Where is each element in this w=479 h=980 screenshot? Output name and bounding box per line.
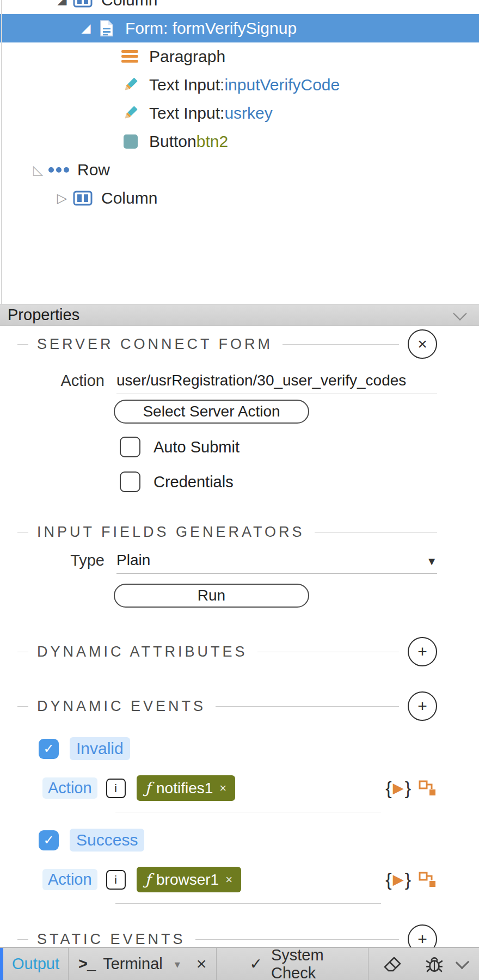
remove-binding-icon[interactable]: ×: [225, 873, 232, 887]
section-title: INPUT FIELDS GENERATORS: [37, 524, 305, 541]
tree-item-label: Column: [101, 0, 157, 9]
auto-submit-label: Auto Submit: [153, 438, 240, 456]
collapse-arrow-icon[interactable]: ◺: [28, 162, 48, 177]
properties-panel-header[interactable]: Properties: [0, 304, 479, 326]
tree-item-name: inputVerifyCode: [224, 76, 340, 94]
add-dynamic-attribute-button[interactable]: +: [408, 637, 437, 666]
function-icon: ƒ: [145, 779, 151, 797]
play-icon[interactable]: ▶: [393, 780, 404, 797]
heading-line: [17, 939, 28, 940]
tree-item-label: Text Input:: [149, 76, 224, 94]
section-title: DYNAMIC ATTRIBUTES: [37, 644, 248, 660]
auto-submit-checkbox-row[interactable]: Auto Submit: [120, 437, 437, 457]
action-input[interactable]: user/usrRegistration/30_user_verify_code…: [116, 372, 437, 394]
section-dynamic-attributes: DYNAMIC ATTRIBUTES +: [17, 637, 437, 666]
add-dynamic-event-button[interactable]: +: [408, 691, 437, 721]
column-icon: [72, 190, 94, 206]
bug-icon[interactable]: [425, 955, 444, 973]
column-icon: [72, 0, 94, 8]
tree-item-form-formverifysignup[interactable]: ◢ Form: formVerifySignup: [0, 14, 479, 42]
toolbar-tools: [369, 948, 458, 980]
auto-submit-checkbox[interactable]: [120, 437, 140, 457]
separator: [216, 948, 217, 980]
browser1-binding-chip[interactable]: ƒ browser1 ×: [137, 867, 241, 892]
section-title: DYNAMIC EVENTS: [37, 698, 206, 715]
select-server-action-button[interactable]: Select Server Action: [114, 400, 309, 424]
remove-section-button[interactable]: ×: [408, 329, 437, 359]
terminal-tab[interactable]: >_ Terminal ▾ ×: [69, 948, 216, 980]
heading-line: [216, 706, 399, 707]
action-label[interactable]: Action: [42, 869, 97, 890]
app-structure-tree: ◢ Column ◢ Form: formVerifySignup Paragr…: [0, 0, 479, 304]
form-icon: [96, 20, 118, 37]
terminal-close-icon[interactable]: ×: [196, 954, 207, 974]
credentials-checkbox[interactable]: [120, 471, 140, 492]
success-event-label[interactable]: Success: [70, 829, 144, 852]
pencil-icon: [120, 105, 142, 122]
info-icon[interactable]: i: [106, 779, 126, 798]
info-icon[interactable]: i: [106, 870, 126, 890]
data-picker-icon[interactable]: }: [405, 777, 411, 799]
tree-item-label: Column: [101, 189, 157, 207]
section-input-fields-generators: INPUT FIELDS GENERATORS: [17, 524, 437, 541]
tree-item-paragraph[interactable]: Paragraph: [0, 42, 479, 71]
tree-item-column-top[interactable]: ◢ Column: [0, 0, 479, 14]
tree-item-text-input-inputverifycode[interactable]: Text Input: inputVerifyCode: [0, 71, 479, 99]
flow-editor-icon[interactable]: [419, 872, 437, 888]
tree-item-row[interactable]: ◺ Row: [0, 156, 479, 184]
collapse-arrow-icon[interactable]: ◢: [52, 0, 72, 7]
action-field-label: Action: [17, 372, 105, 394]
dropdown-arrow-icon: ▼: [426, 555, 437, 568]
eraser-icon[interactable]: [383, 955, 402, 973]
tree-item-column-bottom[interactable]: ▷ Column: [0, 184, 479, 212]
invalid-action-row: Action i ƒ notifies1 × { ▶ }: [42, 775, 437, 801]
properties-panel: SERVER CONNECT FORM × Action user/usrReg…: [0, 329, 479, 954]
chevron-down-icon[interactable]: [453, 307, 466, 320]
action-underline: [115, 903, 381, 904]
data-picker-icon[interactable]: {: [385, 869, 391, 890]
notifies1-binding-chip[interactable]: ƒ notifies1 ×: [137, 775, 236, 801]
paragraph-icon: [120, 49, 142, 64]
invalid-event-row[interactable]: ✓ Invalid: [39, 737, 437, 760]
terminal-prompt-icon: >_: [78, 955, 95, 973]
remove-binding-icon[interactable]: ×: [219, 781, 226, 795]
action-label[interactable]: Action: [42, 777, 97, 799]
heading-line: [195, 939, 399, 940]
run-button[interactable]: Run: [114, 584, 309, 608]
type-select[interactable]: Plain ▼: [116, 552, 437, 574]
credentials-checkbox-row[interactable]: Credentials: [120, 471, 437, 492]
expand-arrow-icon[interactable]: ▷: [52, 191, 72, 206]
heading-line: [17, 532, 28, 532]
credentials-label: Credentials: [153, 473, 234, 491]
section-dynamic-events: DYNAMIC EVENTS +: [17, 691, 437, 721]
system-check-tab[interactable]: ✓ System Check: [240, 948, 367, 980]
check-icon: ✓: [249, 955, 262, 973]
invalid-checkbox[interactable]: ✓: [39, 739, 59, 759]
row-dots-icon: [48, 167, 70, 173]
heading-line: [257, 652, 399, 652]
terminal-dropdown-caret-icon[interactable]: ▾: [175, 958, 180, 971]
tree-item-text-input-usrkey[interactable]: Text Input: usrkey: [0, 99, 479, 127]
pencil-icon: [120, 76, 142, 94]
type-field-label: Type: [17, 552, 105, 574]
tree-item-button-btn2[interactable]: Button btn2: [0, 127, 479, 156]
properties-title: Properties: [8, 306, 79, 324]
invalid-event-label[interactable]: Invalid: [70, 737, 130, 760]
data-picker-icon[interactable]: }: [405, 869, 411, 890]
button-icon: [120, 133, 142, 150]
heading-line: [17, 652, 28, 652]
play-icon[interactable]: ▶: [393, 871, 404, 888]
bottom-toolbar: Output >_ Terminal ▾ × ✓ System Check: [0, 947, 479, 980]
collapse-arrow-icon[interactable]: ◢: [76, 21, 96, 35]
tree-item-label: Button: [149, 132, 196, 151]
output-tab[interactable]: Output: [3, 948, 68, 980]
heading-line: [17, 706, 28, 707]
success-checkbox[interactable]: ✓: [39, 830, 59, 850]
heading-line: [283, 344, 399, 345]
heading-line: [17, 344, 28, 345]
flow-editor-icon[interactable]: [419, 780, 437, 797]
tree-item-name: btn2: [196, 132, 228, 151]
success-event-row[interactable]: ✓ Success: [39, 829, 437, 852]
data-picker-icon[interactable]: {: [385, 777, 391, 799]
heading-line: [315, 532, 437, 532]
